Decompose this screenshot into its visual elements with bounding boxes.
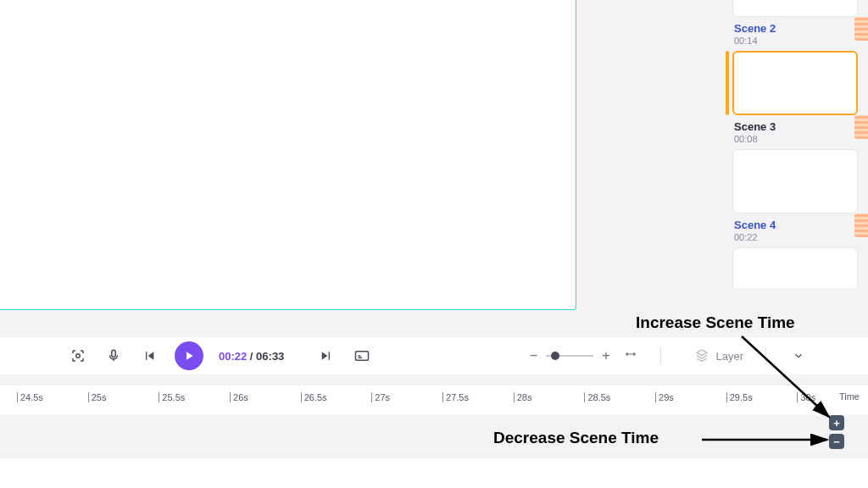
scene-thumbnail[interactable] bbox=[732, 247, 858, 288]
ruler-tick: 26.5s bbox=[301, 392, 372, 402]
zoom-out-icon[interactable]: − bbox=[530, 348, 537, 363]
svg-rect-1 bbox=[112, 350, 116, 357]
annotation-increase: Increase Scene Time bbox=[636, 313, 795, 332]
playback-bar: 00:22 / 06:33 − + Layer bbox=[0, 337, 868, 374]
zoom-slider[interactable] bbox=[546, 355, 593, 357]
transition-badge-icon[interactable] bbox=[854, 214, 868, 237]
scene-item-selected[interactable] bbox=[724, 51, 868, 115]
decrease-scene-time-button[interactable]: − bbox=[829, 434, 844, 449]
skip-forward-icon[interactable] bbox=[316, 346, 337, 366]
layer-dropdown[interactable]: Layer bbox=[695, 348, 743, 364]
scene-label: Scene 4 00:22 bbox=[734, 219, 868, 242]
ruler-tick: 29.5s bbox=[726, 392, 798, 402]
scene-name[interactable]: Scene 2 bbox=[734, 22, 868, 35]
scene-panel: Scene 2 00:14 Scene 3 00:08 Scene 4 00:2… bbox=[724, 0, 868, 288]
svg-point-0 bbox=[76, 354, 81, 358]
ruler-tick: 26s bbox=[230, 392, 301, 402]
timeline-track-area[interactable] bbox=[0, 458, 868, 488]
separator bbox=[660, 347, 661, 364]
ruler-tick: 27s bbox=[371, 392, 442, 402]
ruler-tick: 28.5s bbox=[584, 392, 655, 402]
annotation-decrease: Decrease Scene Time bbox=[493, 429, 659, 447]
scene-name[interactable]: Scene 3 bbox=[734, 120, 868, 133]
scene-label: Scene 3 00:08 bbox=[734, 120, 868, 144]
scene-time-controls: + − bbox=[829, 415, 844, 449]
fit-width-icon[interactable] bbox=[623, 348, 638, 363]
increase-scene-time-button[interactable]: + bbox=[829, 415, 844, 430]
time-separator: / bbox=[247, 350, 256, 363]
scene-label: Scene 2 00:14 bbox=[734, 22, 868, 46]
ruler-tick: 25.5s bbox=[159, 392, 230, 402]
scene-duration: 00:08 bbox=[734, 134, 868, 144]
scene-selected-bar bbox=[726, 51, 729, 115]
scene-item[interactable] bbox=[724, 247, 868, 288]
time-display: 00:22 / 06:33 bbox=[219, 350, 284, 363]
time-total: 06:33 bbox=[256, 350, 284, 363]
scene-name[interactable]: Scene 4 bbox=[734, 219, 868, 231]
scene-duration: 00:14 bbox=[734, 36, 868, 46]
scene-thumbnail[interactable] bbox=[732, 149, 858, 214]
layers-icon bbox=[695, 348, 709, 364]
camera-focus-icon[interactable] bbox=[68, 346, 88, 366]
ruler-tick: 25s bbox=[88, 392, 159, 402]
captions-icon[interactable] bbox=[352, 346, 372, 366]
ruler-tick: 28s bbox=[514, 392, 585, 402]
separator bbox=[765, 347, 766, 364]
zoom-in-icon[interactable]: + bbox=[602, 348, 609, 363]
zoom-control[interactable]: − + bbox=[530, 348, 639, 363]
scene-duration: 00:22 bbox=[734, 232, 868, 242]
time-current: 00:22 bbox=[219, 350, 247, 363]
ruler-tick: 29s bbox=[655, 392, 726, 402]
svg-rect-2 bbox=[356, 352, 369, 361]
scene-thumbnail[interactable] bbox=[732, 0, 858, 17]
ruler-tick: 27.5s bbox=[442, 392, 514, 402]
ruler-tick: 24.5s bbox=[17, 392, 88, 402]
canvas-area[interactable] bbox=[0, 0, 576, 310]
chevron-down-icon[interactable] bbox=[788, 346, 809, 366]
time-axis-label: Time bbox=[839, 391, 860, 402]
timeline-ruler[interactable]: 24.5s 25s 25.5s 26s 26.5s 27s 27.5s 28s … bbox=[0, 385, 868, 415]
play-button[interactable] bbox=[175, 341, 203, 370]
transition-badge-icon[interactable] bbox=[854, 115, 868, 139]
scene-item[interactable] bbox=[724, 149, 868, 214]
layer-label: Layer bbox=[715, 350, 743, 363]
scene-item[interactable] bbox=[724, 0, 868, 17]
scene-thumbnail[interactable] bbox=[732, 51, 858, 115]
microphone-icon[interactable] bbox=[103, 346, 124, 366]
transition-badge-icon[interactable] bbox=[854, 17, 868, 41]
skip-back-icon[interactable] bbox=[139, 346, 159, 366]
